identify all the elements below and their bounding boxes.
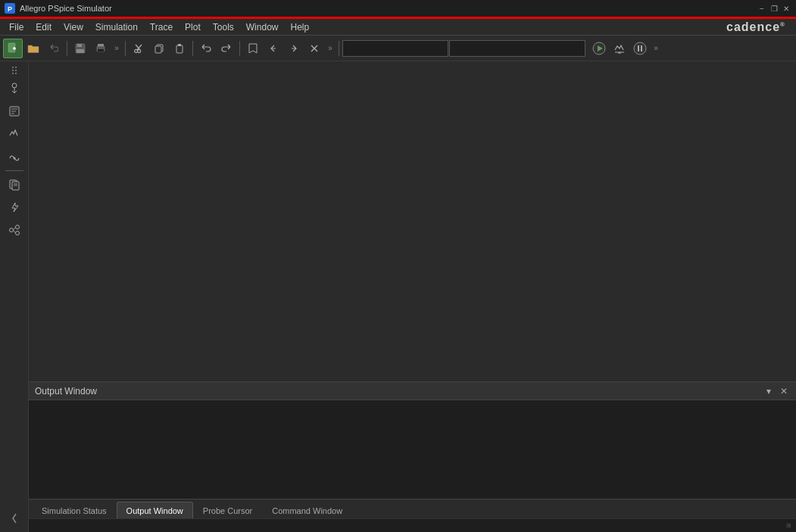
svg-point-34	[15, 226, 19, 229]
svg-line-36	[13, 227, 15, 230]
simulation-profile-input[interactable]	[342, 40, 448, 57]
svg-rect-6	[77, 44, 82, 47]
menu-plot[interactable]: Plot	[179, 19, 207, 35]
content-area: Output Window ▾ ✕ Simulation Status Outp…	[29, 61, 796, 532]
svg-rect-13	[176, 45, 183, 53]
schematic-tool-button[interactable]	[4, 101, 25, 122]
new-button[interactable]	[3, 39, 23, 58]
tab-probe-cursor[interactable]: Probe Cursor	[193, 502, 262, 518]
svg-rect-9	[98, 44, 104, 46]
main-area: Output Window ▾ ✕ Simulation Status Outp…	[0, 61, 796, 532]
overflow-1[interactable]: »	[111, 39, 122, 58]
menu-tools[interactable]: Tools	[207, 19, 240, 35]
component-tool-button[interactable]	[4, 219, 25, 241]
open-button[interactable]	[23, 39, 43, 58]
pause-button[interactable]	[630, 39, 650, 58]
output-header: Output Window ▾ ✕	[29, 382, 796, 400]
copy-button[interactable]	[149, 39, 169, 58]
waveform-tool-button[interactable]	[4, 123, 25, 145]
undo-button[interactable]	[196, 39, 216, 58]
pages-tool-button[interactable]	[4, 174, 25, 195]
menu-window[interactable]: Window	[240, 19, 285, 35]
menu-trace[interactable]: Trace	[144, 19, 179, 35]
toolbar-separator-4	[239, 41, 240, 56]
sidebar-divider-1	[5, 170, 23, 171]
tab-output-window[interactable]: Output Window	[117, 502, 193, 518]
output-body	[29, 400, 796, 499]
output-controls: ▾ ✕	[763, 385, 790, 397]
svg-rect-21	[641, 45, 642, 51]
menu-simulation[interactable]: Simulation	[89, 19, 144, 35]
svg-rect-12	[155, 46, 161, 53]
tab-simulation-status[interactable]: Simulation Status	[32, 502, 117, 518]
save-wave-button[interactable]	[610, 39, 629, 58]
svg-rect-30	[12, 182, 19, 190]
output-close-button[interactable]: ✕	[778, 385, 790, 397]
svg-rect-10	[98, 49, 104, 51]
close-sim-button[interactable]	[304, 39, 324, 58]
toolbar-separator-3	[192, 41, 193, 56]
svg-point-35	[15, 232, 19, 235]
bookmark-button[interactable]	[243, 39, 263, 58]
menu-help[interactable]: Help	[284, 19, 315, 35]
measure-tool-button[interactable]	[4, 146, 25, 167]
svg-point-19	[634, 42, 646, 54]
tab-bar: Simulation Status Output Window Probe Cu…	[29, 499, 796, 518]
run-button[interactable]	[589, 39, 609, 58]
svg-rect-14	[178, 44, 181, 46]
app-icon: P	[5, 3, 15, 14]
status-bar: ⊞	[29, 518, 796, 532]
output-panel-title: Output Window	[35, 386, 97, 397]
svg-line-37	[13, 230, 15, 233]
svg-point-33	[9, 229, 13, 232]
print-button[interactable]	[91, 39, 111, 58]
paste-button[interactable]	[170, 39, 189, 58]
sidebar	[0, 61, 29, 532]
menu-view[interactable]: View	[58, 19, 89, 35]
svg-point-22	[12, 83, 17, 88]
toolbar-separator-5	[339, 41, 339, 56]
close-button[interactable]: ✕	[781, 3, 791, 14]
sidebar-drag-handle	[12, 64, 17, 76]
cadence-logo: cadence®	[726, 20, 793, 34]
wire-tool-button[interactable]	[4, 197, 25, 218]
overflow-3[interactable]: »	[651, 39, 661, 58]
prev-button[interactable]	[264, 39, 283, 58]
menu-file[interactable]: File	[3, 19, 30, 35]
toolbar: »	[0, 36, 796, 61]
svg-rect-7	[76, 49, 84, 53]
sidebar-collapse-button[interactable]	[11, 513, 18, 526]
output-panel: Output Window ▾ ✕	[29, 381, 796, 499]
save-button[interactable]	[70, 39, 90, 58]
svg-point-28	[13, 157, 15, 160]
cut-button[interactable]	[129, 39, 148, 58]
svg-text:P: P	[8, 5, 12, 13]
main-canvas	[29, 61, 796, 381]
title-bar: P Allegro PSpice Simulator − ❐ ✕	[0, 0, 796, 17]
registered-mark: ®	[780, 20, 785, 27]
toolbar-separator-1	[67, 41, 67, 56]
output-collapse-button[interactable]: ▾	[763, 385, 775, 397]
probe-tool-button[interactable]	[4, 78, 25, 99]
next-button[interactable]	[284, 39, 304, 58]
redo-button[interactable]	[217, 39, 236, 58]
restore-button[interactable]: ❐	[769, 3, 779, 14]
sim-profile-secondary-input[interactable]	[449, 40, 585, 57]
toolbar-separator-2	[125, 41, 126, 56]
resize-handle: ⊞	[786, 522, 791, 529]
tab-command-window[interactable]: Command Window	[262, 502, 352, 518]
menu-bar: File Edit View Simulation Trace Plot Too…	[0, 19, 796, 36]
svg-rect-20	[638, 45, 639, 51]
minimize-button[interactable]: −	[757, 3, 767, 14]
undo-toolbar-button[interactable]	[44, 39, 64, 58]
menu-edit[interactable]: Edit	[30, 19, 58, 35]
window-controls: − ❐ ✕	[757, 3, 791, 14]
overflow-2[interactable]: »	[325, 39, 336, 58]
title-text: Allegro PSpice Simulator	[20, 4, 752, 13]
